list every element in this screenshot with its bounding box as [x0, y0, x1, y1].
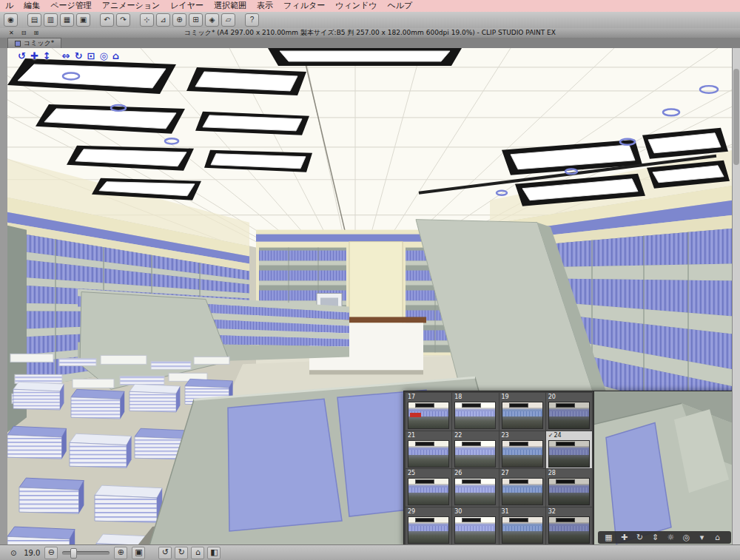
camera-preset-grid: ✓17 ✓18 ✓19: [404, 391, 593, 545]
menu-item[interactable]: ウィンドウ: [330, 0, 382, 12]
menu-item[interactable]: レイヤー: [165, 0, 209, 12]
zoom-view-icon[interactable]: ⇕: [650, 531, 661, 544]
camera-preset-thumbnail[interactable]: [502, 478, 543, 505]
camera-preset-item[interactable]: ✓23: [500, 431, 545, 469]
menu-item[interactable]: ル: [0, 0, 18, 12]
camera-preset-number: ✓24: [546, 431, 592, 440]
rotate-cw-icon[interactable]: ↻: [175, 547, 188, 559]
reset-rotation-icon[interactable]: ⌂: [191, 547, 204, 559]
snap-icon[interactable]: ⊹: [140, 13, 154, 27]
camera-icon[interactable]: ◎: [681, 531, 692, 544]
preset-number-text: 30: [454, 508, 462, 515]
camera-preset-item[interactable]: ✓24: [546, 431, 592, 469]
canvas-viewport[interactable]: ↺✚↕⇔↻⊡◎⌂ ✓17 ✓18: [7, 48, 733, 545]
zoom-slider[interactable]: [62, 551, 110, 555]
menu-item[interactable]: フィルター: [278, 0, 330, 12]
camera-preset-thumbnail[interactable]: [408, 402, 449, 429]
fit-screen-button[interactable]: ▣: [132, 547, 145, 559]
camera-preset-item[interactable]: ✓32: [546, 507, 592, 545]
camera-preset-thumbnail[interactable]: [454, 478, 496, 505]
camera-preset-thumbnail[interactable]: [548, 516, 590, 544]
camera-preset-item[interactable]: ✓31: [500, 507, 545, 545]
view-grid-icon[interactable]: ▦: [603, 531, 614, 544]
object-scale-icon[interactable]: ⊡: [87, 50, 95, 61]
preset-number-text: 31: [502, 508, 509, 515]
camera-dolly-icon[interactable]: ↕: [43, 50, 51, 61]
preset-number-text: 27: [502, 470, 509, 476]
3d-navigation-toolbar: ↺✚↕⇔↻⊡◎⌂: [18, 50, 119, 61]
snap-special-icon[interactable]: ⊕: [172, 13, 186, 27]
camera-preset-thumbnail[interactable]: [454, 402, 496, 429]
zoom-out-button[interactable]: ⊖: [44, 547, 58, 559]
camera-preset-item[interactable]: ✓28: [546, 469, 592, 507]
duplicate-page-icon[interactable]: ▥: [44, 13, 58, 27]
camera-preset-item[interactable]: ✓26: [452, 469, 498, 507]
camera-preset-thumbnail[interactable]: [408, 440, 449, 468]
clip-studio-paint-window: ル編集ページ管理アニメーションレイヤー選択範囲表示フィルターウィンドウヘルプ ◉…: [0, 0, 740, 560]
camera-roll-icon[interactable]: ◎: [99, 50, 107, 61]
camera-preset-item[interactable]: ✓22: [452, 431, 498, 469]
camera-preset-item[interactable]: ✓21: [406, 431, 451, 469]
vertical-scrollbar[interactable]: [732, 48, 740, 545]
zoom-in-button[interactable]: ⊕: [114, 547, 127, 559]
reset-preview-icon[interactable]: ⌂: [712, 531, 723, 544]
camera-preset-number: ✓25: [406, 469, 451, 478]
redo-icon[interactable]: ↷: [116, 13, 130, 27]
camera-preset-thumbnail[interactable]: [548, 402, 590, 429]
material-icon[interactable]: ◈: [205, 13, 219, 27]
flip-horizontal-icon[interactable]: ◧: [207, 547, 221, 559]
camera-preset-thumbnail[interactable]: [502, 516, 543, 544]
camera-preset-thumbnail[interactable]: [502, 440, 543, 468]
camera-preset-thumbnail[interactable]: [454, 440, 496, 468]
camera-preset-item[interactable]: ✓18: [452, 393, 498, 431]
document-titlebar[interactable]: ✕⊟⊞ コミック* (A4 297.00 x 210.00mm 製本サイズ:B5…: [0, 28, 740, 38]
camera-preset-item[interactable]: ✓30: [452, 507, 498, 545]
minimize-button[interactable]: ⊟: [21, 28, 27, 38]
maximize-button[interactable]: ⊞: [33, 28, 38, 38]
preset-preview-pane[interactable]: ▦✚↻⇕☼◎▾⌂: [593, 391, 733, 545]
camera-preset-item[interactable]: ✓17: [406, 393, 451, 431]
open-icon[interactable]: ▦: [60, 13, 74, 27]
undo-icon[interactable]: ↶: [100, 13, 114, 27]
menu-item[interactable]: 編集: [18, 0, 45, 12]
rotate-view-icon[interactable]: ↻: [634, 531, 645, 544]
object-rotate-icon[interactable]: ↻: [75, 50, 83, 61]
camera-preset-item[interactable]: ✓25: [406, 469, 451, 507]
rotate-ccw-icon[interactable]: ↺: [158, 547, 172, 559]
camera-preset-item[interactable]: ✓19: [500, 393, 545, 431]
menu-item[interactable]: 選択範囲: [209, 0, 252, 12]
light-icon[interactable]: ☼: [665, 531, 676, 544]
new-canvas-icon[interactable]: ▤: [27, 13, 41, 27]
save-icon[interactable]: ▣: [76, 13, 90, 27]
camera-rotate-icon[interactable]: ↺: [18, 50, 26, 61]
grid-icon[interactable]: ⊞: [189, 13, 203, 27]
camera-preset-thumbnail[interactable]: [408, 478, 449, 505]
pan-view-icon[interactable]: ✚: [619, 531, 630, 544]
object-move-icon[interactable]: ⇔: [62, 50, 70, 61]
view-reset-icon[interactable]: ⌂: [112, 50, 119, 61]
close-button[interactable]: ✕: [9, 28, 14, 38]
camera-preset-item[interactable]: ✓27: [500, 469, 545, 507]
snap-ruler-icon[interactable]: ⊿: [156, 13, 170, 27]
menu-item[interactable]: ページ管理: [45, 0, 97, 12]
camera-pan-icon[interactable]: ✚: [30, 50, 38, 61]
camera-preset-item[interactable]: ✓29: [406, 507, 451, 545]
menu-item[interactable]: アニメーション: [97, 0, 166, 12]
app-icon[interactable]: ◉: [4, 13, 18, 27]
window-buttons: ✕⊟⊞: [9, 28, 38, 38]
menu-arrow-icon[interactable]: ▾: [696, 531, 707, 544]
camera-preset-thumbnail[interactable]: [408, 516, 449, 544]
camera-preset-item[interactable]: ✓20: [546, 393, 592, 431]
menu-item[interactable]: 表示: [252, 0, 278, 12]
canvas-tab[interactable]: コミック*: [7, 38, 61, 48]
scrollbar-thumb[interactable]: [733, 69, 739, 165]
layer-icon[interactable]: ▱: [221, 13, 235, 27]
zoom-slider-thumb[interactable]: [70, 548, 77, 559]
camera-preset-thumbnail[interactable]: [502, 402, 543, 429]
camera-preset-thumbnail[interactable]: [548, 440, 590, 468]
camera-preset-thumbnail[interactable]: [454, 516, 496, 544]
help-icon[interactable]: ?: [245, 13, 259, 27]
menu-item[interactable]: ヘルプ: [382, 0, 417, 12]
camera-preset-number: ✓30: [452, 507, 498, 516]
camera-preset-thumbnail[interactable]: [548, 478, 590, 505]
